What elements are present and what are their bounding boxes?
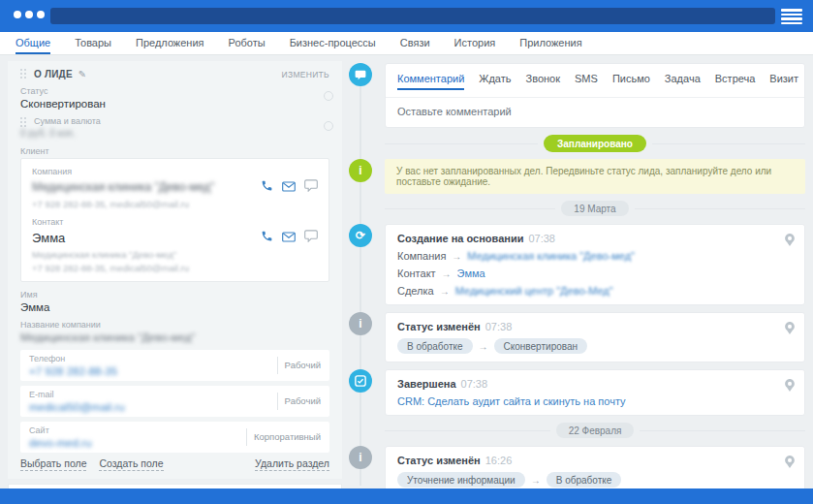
company-name-field: Название компании Медицинская клиника "Д… — [20, 320, 329, 343]
contact-name[interactable]: Эмма — [32, 231, 65, 245]
status-value[interactable]: Сконвертирован — [20, 98, 329, 110]
company-name[interactable]: Медицинская клиника "Дево-мед" — [32, 180, 214, 194]
tab-vstrecha[interactable]: Встреча — [715, 73, 756, 90]
comment-input[interactable]: Оставьте комментарий — [386, 98, 804, 127]
main-tabbar: Общие Товары Предложения Роботы Бизнес-п… — [0, 32, 813, 55]
edit-link[interactable]: изменить — [282, 70, 329, 79]
tab-istoriya[interactable]: История — [454, 32, 496, 54]
entry-card: Статус изменён07:38 В обработке→Сконверт… — [385, 312, 805, 362]
timeline-entry: Завершена07:38 CRM: Сделать аудит сайта … — [349, 369, 805, 416]
pin-icon[interactable] — [785, 322, 795, 334]
name-field: Имя Эмма — [20, 290, 329, 313]
client-card: Компания Медицинская клиника "Дево-мед" … — [20, 158, 329, 282]
create-field-link[interactable]: Создать поле — [99, 457, 163, 471]
date-pill: 19 Марта — [561, 201, 628, 216]
pin-icon[interactable] — [785, 379, 795, 392]
deal-link[interactable]: Медицинский центр "Дево-Мед" — [455, 285, 613, 297]
field-settings-icon[interactable] — [324, 121, 333, 131]
email-icon[interactable] — [282, 229, 296, 246]
select-field-link[interactable]: Выбрать поле — [20, 457, 86, 471]
site-value[interactable]: devo-med.ru — [29, 437, 246, 449]
info-icon: i — [349, 446, 372, 469]
entry-card: Завершена07:38 CRM: Сделать аудит сайта … — [385, 369, 805, 416]
client-label: Клиент — [20, 146, 329, 156]
site-label: Сайт — [29, 425, 246, 435]
company-name-value[interactable]: Медицинская клиника "Дево-мед" — [20, 331, 329, 343]
drag-handle-icon[interactable] — [20, 117, 28, 126]
delete-section-link[interactable]: Удалить раздел — [255, 457, 329, 471]
status-badge: Сконвертирован — [494, 338, 587, 354]
info-icon: i — [349, 312, 372, 335]
planned-divider: Запланировано — [385, 135, 805, 152]
site-type[interactable]: Корпоративный — [246, 428, 321, 446]
amount-field: Сумма и валюта 0 руб. 0 коп. — [20, 116, 329, 139]
email-field: E-mail medical50@mail.ru Рабочий — [20, 386, 329, 417]
status-badge: В обработке — [397, 338, 473, 354]
hamburger-menu-icon[interactable] — [781, 9, 802, 24]
site-field: Сайт devo-med.ru Корпоративный — [20, 422, 329, 453]
tab-obshchie[interactable]: Общие — [16, 32, 50, 54]
pin-icon[interactable] — [785, 456, 795, 468]
comment-bubble-icon — [349, 63, 372, 86]
company-label: Компания — [32, 167, 318, 176]
window-dots-icon — [14, 11, 45, 18]
timeline-entry: ⟳ Создание на основании07:38 Компания→Ме… — [349, 224, 805, 305]
info-icon: i — [349, 159, 372, 182]
tab-kommentariy[interactable]: Комментарий — [397, 73, 464, 90]
tab-zhdat[interactable]: Ждать — [479, 73, 511, 90]
tab-sms[interactable]: SMS — [575, 73, 598, 90]
composer-row: Комментарий Ждать Звонок SMS Письмо Зада… — [349, 63, 805, 128]
task-link[interactable]: CRM: Сделать аудит сайта и скинуть на по… — [397, 395, 626, 407]
amount-label: Сумма и валюта — [34, 116, 101, 126]
date-divider: 22 Февраля — [385, 423, 805, 438]
planned-button[interactable]: Запланировано — [544, 135, 646, 152]
status-field: Статус Сконвертирован — [20, 86, 329, 110]
entry-title: Завершена07:38 — [397, 378, 779, 390]
entry-time: 07:38 — [528, 233, 555, 244]
entry-title: Статус изменён16:26 — [397, 455, 779, 466]
tab-roboty[interactable]: Роботы — [229, 32, 266, 54]
tab-prilozheniya[interactable]: Приложения — [519, 32, 581, 54]
email-label: E-mail — [29, 390, 277, 399]
status-badge: В обработке — [547, 472, 622, 488]
chat-icon[interactable] — [304, 178, 318, 196]
entry-title: Статус изменён07:38 — [397, 321, 779, 332]
panel-title: О ЛИДЕ — [34, 69, 73, 79]
tab-zadacha[interactable]: Задача — [665, 73, 701, 90]
call-icon[interactable] — [261, 229, 273, 246]
tab-predlozheniya[interactable]: Предложения — [136, 32, 204, 54]
contact-link[interactable]: Эмма — [457, 268, 485, 279]
company-contacts: +7 928 282-88-35, medical50@mail.ru — [32, 199, 318, 209]
tab-vizit[interactable]: Визит — [769, 73, 798, 90]
address-bar[interactable] — [50, 8, 775, 24]
status-label: Статус — [20, 86, 329, 96]
name-value[interactable]: Эмма — [20, 301, 329, 313]
about-lead-panel: О ЛИДЕ ✎ изменить Статус Сконвертирован … — [8, 61, 342, 479]
amount-value[interactable]: 0 руб. 0 коп. — [20, 128, 329, 139]
company-link[interactable]: Медицинская клиника "Дево-мед" — [467, 250, 635, 262]
lead-details-column: О ЛИДЕ ✎ изменить Статус Сконвертирован … — [8, 61, 342, 489]
email-type[interactable]: Рабочий — [277, 393, 321, 410]
sync-icon: ⟳ — [349, 224, 372, 247]
pin-icon[interactable] — [785, 234, 795, 246]
tab-zvonok[interactable]: Звонок — [526, 73, 561, 90]
composer-tabbar: Комментарий Ждать Звонок SMS Письмо Зада… — [386, 64, 804, 98]
phone-type[interactable]: Рабочий — [277, 357, 321, 374]
edit-pencil-icon[interactable]: ✎ — [78, 69, 86, 79]
composer-card: Комментарий Ждать Звонок SMS Письмо Зада… — [385, 63, 805, 128]
status-badge: Уточнение информации — [397, 472, 525, 488]
date-divider: 19 Марта — [385, 201, 805, 216]
chat-icon[interactable] — [304, 229, 318, 246]
bottom-bar — [0, 488, 813, 504]
tab-pismo[interactable]: Письмо — [612, 73, 650, 90]
call-icon[interactable] — [261, 178, 273, 196]
tab-svyazi[interactable]: Связи — [400, 32, 430, 54]
drag-handle-icon[interactable] — [20, 69, 28, 79]
phone-value[interactable]: +7 928 282-88-35 — [29, 365, 277, 377]
email-icon[interactable] — [282, 178, 296, 196]
notice-row: i У вас нет запланированных дел. Передви… — [349, 159, 805, 194]
tab-biznes-processy[interactable]: Бизнес-процессы — [290, 32, 376, 54]
tab-tovary[interactable]: Товары — [75, 32, 111, 54]
email-value[interactable]: medical50@mail.ru — [29, 401, 277, 413]
field-settings-icon[interactable] — [324, 91, 333, 101]
